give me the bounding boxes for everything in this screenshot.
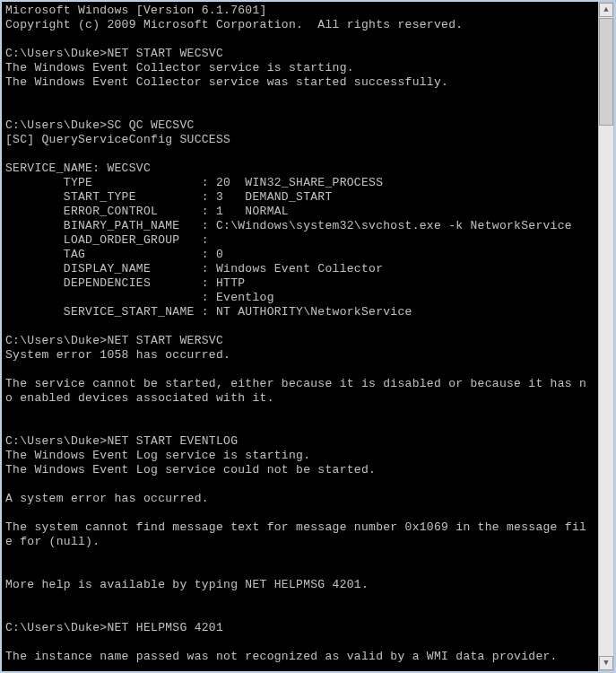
terminal-line: SERVICE_NAME: WECSVC [5, 162, 594, 176]
terminal-line: TYPE : 20 WIN32_SHARE_PROCESS [5, 176, 594, 190]
terminal-line [5, 592, 594, 607]
terminal-line: C:\Users\Duke>SC QC WECSVC [5, 118, 594, 133]
terminal-line [5, 635, 594, 650]
terminal-line [5, 363, 594, 377]
terminal-line [5, 420, 594, 434]
terminal-line: The Windows Event Collector service was … [5, 75, 594, 90]
terminal-line: C:\Users\Duke>NET START WECSVC [5, 47, 594, 61]
terminal-line: BINARY_PATH_NAME : C:\Windows\system32\s… [5, 219, 594, 233]
terminal-line: Copyright (c) 2009 Microsoft Corporation… [5, 18, 594, 32]
terminal-line: Microsoft Windows [Version 6.1.7601] [5, 4, 594, 18]
window-frame: Microsoft Windows [Version 6.1.7601]Copy… [0, 0, 616, 673]
terminal-line: The Windows Event Collector service is s… [5, 61, 594, 75]
terminal-line: The service cannot be started, either be… [5, 377, 594, 391]
terminal-line [5, 506, 594, 520]
terminal-line: The instance name passed was not recogni… [5, 650, 594, 664]
terminal-line: A system error has occurred. [5, 492, 594, 506]
scroll-up-button[interactable]: ▲ [599, 3, 613, 17]
terminal-output[interactable]: Microsoft Windows [Version 6.1.7601]Copy… [2, 2, 598, 671]
terminal-line: ERROR_CONTROL : 1 NORMAL [5, 205, 594, 219]
terminal-line [5, 406, 594, 420]
terminal-line: The system cannot find message text for … [5, 520, 594, 535]
vertical-scrollbar[interactable]: ▲ ▼ [598, 2, 614, 671]
terminal-line [5, 607, 594, 621]
terminal-line [5, 147, 594, 162]
scroll-thumb[interactable] [599, 18, 613, 126]
terminal-line: C:\Users\Duke>NET START WERSVC [5, 334, 594, 348]
terminal-line [5, 319, 594, 334]
terminal-line [5, 549, 594, 564]
terminal-line: TAG : 0 [5, 248, 594, 262]
terminal-line: o enabled devices associated with it. [5, 391, 594, 406]
terminal-line: DEPENDENCIES : HTTP [5, 276, 594, 291]
terminal-line: The Windows Event Log service is startin… [5, 449, 594, 463]
chevron-up-icon: ▲ [603, 5, 608, 14]
terminal-line [5, 32, 594, 47]
terminal-line: [SC] QueryServiceConfig SUCCESS [5, 133, 594, 147]
terminal-line: SERVICE_START_NAME : NT AUTHORITY\Networ… [5, 305, 594, 319]
terminal-line: C:\Users\Duke>NET HELPMSG 4201 [5, 621, 594, 635]
chevron-down-icon: ▼ [603, 659, 608, 668]
terminal-line: More help is available by typing NET HEL… [5, 578, 594, 592]
terminal-line: : Eventlog [5, 291, 594, 305]
terminal-line [5, 564, 594, 578]
terminal-line [5, 104, 594, 118]
terminal-line: System error 1058 has occurred. [5, 348, 594, 363]
terminal-line: DISPLAY_NAME : Windows Event Collector [5, 262, 594, 276]
terminal-line: The Windows Event Log service could not … [5, 463, 594, 477]
terminal-line [5, 477, 594, 492]
terminal-line: e for (null). [5, 535, 594, 549]
terminal-line: C:\Users\Duke>NET START EVENTLOG [5, 434, 594, 449]
terminal-line: LOAD_ORDER_GROUP : [5, 233, 594, 248]
scroll-down-button[interactable]: ▼ [599, 656, 613, 670]
terminal-line [5, 90, 594, 104]
terminal-line: START_TYPE : 3 DEMAND_START [5, 190, 594, 205]
